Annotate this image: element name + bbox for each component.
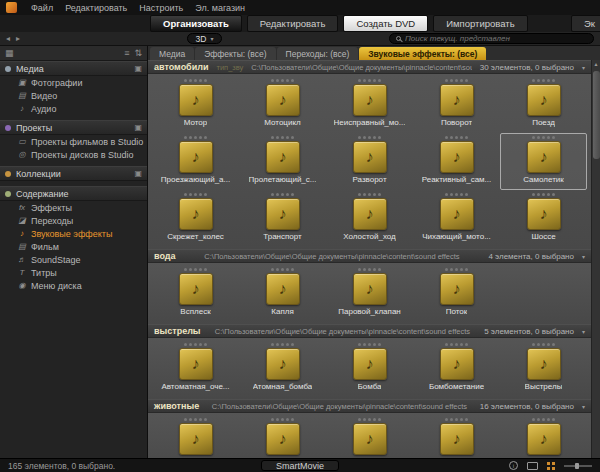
sound-effect-tile[interactable]: ♪ <box>239 415 326 458</box>
sound-effect-tile[interactable]: ♪Автоматная_оче... <box>152 340 239 397</box>
smartmovie-button[interactable]: SmartMovie <box>261 460 339 471</box>
sidebar-item[interactable]: ▭Проекты фильмов в Studio <box>0 135 147 148</box>
grid-view-icon[interactable] <box>547 462 550 465</box>
sidebar-item[interactable]: fxЭффекты <box>0 201 147 214</box>
sound-effect-tile[interactable]: ♪Чихающий_мото... <box>413 190 500 247</box>
sound-effect-tile[interactable]: ♪Скрежет_колес <box>152 190 239 247</box>
sound-effect-tile[interactable]: ♪Атомная_бомба <box>239 340 326 397</box>
sound-effect-tile[interactable]: ♪Поворот <box>413 76 500 133</box>
sound-effect-tile[interactable]: ♪ <box>326 415 413 458</box>
main-mode-tab[interactable]: Создать DVD <box>343 15 428 32</box>
sound-effect-tile[interactable]: ♪ <box>500 415 587 458</box>
sidebar-item[interactable]: ◪Переходы <box>0 214 147 227</box>
scrollbar[interactable]: ▲ <box>591 60 600 458</box>
star-icon <box>445 193 448 196</box>
scroll-up-icon[interactable]: ▲ <box>592 60 600 69</box>
main-mode-tab[interactable]: Организовать <box>150 15 242 32</box>
sidebar-item[interactable]: ▤Видео <box>0 89 147 102</box>
search-input[interactable] <box>405 34 587 43</box>
star-icon <box>194 136 197 139</box>
sound-effect-tile[interactable]: ♪Бомбометание <box>413 340 500 397</box>
tile-label: Бомба <box>358 382 382 391</box>
audio-clip-icon: ♪ <box>353 84 387 116</box>
star-icon <box>281 193 284 196</box>
library-tab[interactable]: Переходы: (все) <box>277 47 359 60</box>
sound-effect-tile[interactable]: ♪Мотоцикл <box>239 76 326 133</box>
sound-effect-tile[interactable]: ♪Разворот <box>326 133 413 190</box>
sound-effect-tile[interactable]: ♪Неисправный_мо... <box>326 76 413 133</box>
tree-section-header[interactable]: Проекты▣ <box>0 120 147 135</box>
back-arrow-icon[interactable]: ◂ <box>6 35 10 43</box>
sidebar-item[interactable]: ▤Фильм <box>0 240 147 253</box>
sidebar-item[interactable]: ♬SoundStage <box>0 253 147 266</box>
sidebar-item[interactable]: ▣Фотографии <box>0 76 147 89</box>
star-icon <box>204 136 207 139</box>
sound-effect-tile[interactable]: ♪Всплеск <box>152 265 239 322</box>
menu-item[interactable]: Редактировать <box>59 3 133 13</box>
list-view-icon[interactable]: ≡ <box>124 48 129 58</box>
sound-effect-tile[interactable]: ♪ <box>413 415 500 458</box>
menu-item[interactable]: Файл <box>25 3 59 13</box>
scrollbar-thumb[interactable] <box>593 71 600 159</box>
star-icon <box>189 268 192 271</box>
sound-effect-tile[interactable]: ♪Поток <box>413 265 500 322</box>
sidebar-item[interactable]: ♪Аудио <box>0 102 147 115</box>
display-icon[interactable] <box>527 462 538 470</box>
sound-effect-tile[interactable]: ♪Мотор <box>152 76 239 133</box>
sound-effect-tile[interactable]: ♪Холостой_ход <box>326 190 413 247</box>
main-mode-tab[interactable]: Импортировать <box>433 15 527 32</box>
library-tab[interactable]: Эффекты: (все) <box>195 47 275 60</box>
section-label: Медиа <box>16 64 44 74</box>
group-header[interactable]: животныеC:\Пользователи\Общие\Общие доку… <box>148 399 591 413</box>
sound-effect-tile[interactable]: ♪Транспорт <box>239 190 326 247</box>
tree-section-header[interactable]: Коллекции▣ <box>0 166 147 181</box>
star-icon <box>465 343 468 346</box>
sound-effect-tile[interactable]: ♪Поезд <box>500 76 587 133</box>
star-icon <box>378 268 381 271</box>
group-count: 4 элемента, 0 выбрано <box>488 252 574 261</box>
sound-effect-tile[interactable]: ♪ <box>152 415 239 458</box>
star-icon <box>455 268 458 271</box>
group-header[interactable]: водаC:\Пользователи\Общие\Общие документ… <box>148 249 591 263</box>
view-mode-icon[interactable]: ▦ <box>5 48 14 58</box>
sound-effect-tile[interactable]: ♪Реактивный_сам... <box>413 133 500 190</box>
info-icon[interactable]: i <box>509 461 518 470</box>
sidebar-item[interactable]: TТитры <box>0 266 147 279</box>
search-box[interactable] <box>389 33 594 44</box>
forward-arrow-icon[interactable]: ▸ <box>16 35 20 43</box>
sound-effect-tile[interactable]: ♪Бомба <box>326 340 413 397</box>
main-mode-tab[interactable]: Редактировать <box>247 15 339 32</box>
sidebar-item-label: Аудио <box>31 104 56 114</box>
sidebar-item[interactable]: ◎Проекты дисков в Studio <box>0 148 147 161</box>
collapse-arrow-icon[interactable]: ▾ <box>582 253 585 260</box>
star-icon <box>537 79 540 82</box>
library-tab[interactable]: Медиа <box>150 47 194 60</box>
sound-effect-tile[interactable]: ♪Пролетающий_с... <box>239 133 326 190</box>
menu-item[interactable]: Настроить <box>133 3 189 13</box>
main-mode-tab[interactable]: Эк <box>571 15 600 32</box>
tree-section-header[interactable]: Содержание <box>0 186 147 201</box>
audio-clip-icon: ♪ <box>440 198 474 230</box>
collapse-arrow-icon[interactable]: ▾ <box>582 403 585 410</box>
3d-mode-button[interactable]: 3D ▾ <box>187 33 223 44</box>
star-icon <box>194 268 197 271</box>
group-header[interactable]: выстрелыC:\Пользователи\Общие\Общие доку… <box>148 324 591 338</box>
collapse-arrow-icon[interactable]: ▾ <box>582 328 585 335</box>
collapse-arrow-icon[interactable]: ▾ <box>582 64 585 71</box>
star-icon <box>276 268 279 271</box>
group-header[interactable]: автомобилитип_звуC:\Пользователи\Общие\О… <box>148 60 591 74</box>
library-tab[interactable]: Звуковые эффекты: (все) <box>359 47 486 60</box>
sound-effect-tile[interactable]: ♪Капля <box>239 265 326 322</box>
thumbnail-size-slider[interactable] <box>564 465 592 467</box>
tile-label: Самолетик <box>523 175 564 184</box>
sound-effect-tile[interactable]: ♪Самолетик <box>500 133 587 190</box>
menu-item[interactable]: Эл. магазин <box>189 3 251 13</box>
sound-effect-tile[interactable]: ♪Шоссе <box>500 190 587 247</box>
sound-effect-tile[interactable]: ♪Паровой_клапан <box>326 265 413 322</box>
sidebar-item[interactable]: ◉Меню диска <box>0 279 147 292</box>
sort-icon[interactable]: ⇅ <box>134 48 142 58</box>
sound-effect-tile[interactable]: ♪Проезжающий_а... <box>152 133 239 190</box>
sidebar-item[interactable]: ♪Звуковые эффекты <box>0 227 147 240</box>
sound-effect-tile[interactable]: ♪Выстрелы <box>500 340 587 397</box>
tree-section-header[interactable]: Медиа▣ <box>0 61 147 76</box>
